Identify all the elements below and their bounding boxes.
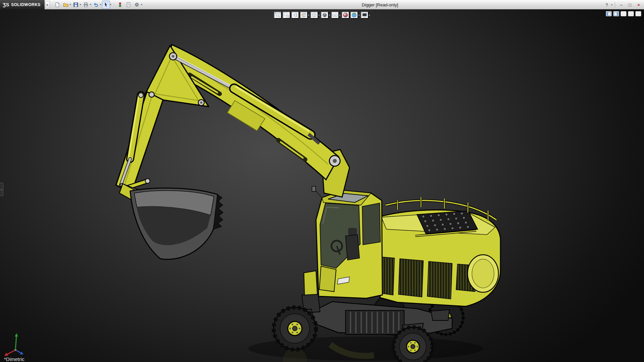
pane-right-icon: [614, 12, 619, 16]
previous-view-button[interactable]: [291, 11, 299, 19]
dropdown-caret[interactable]: ▾: [369, 14, 370, 17]
dropdown-caret[interactable]: ▾: [90, 3, 91, 6]
hide-show-items-button[interactable]: [331, 11, 339, 19]
apply-scene-button[interactable]: [350, 11, 358, 19]
apply-scene-globe-icon: [351, 12, 357, 18]
minimize-document-button[interactable]: –: [621, 11, 627, 16]
display-style-cube-icon: [322, 12, 328, 18]
standard-toolbar: ▾ ▾ ▾: [53, 1, 143, 9]
help-caret[interactable]: ▾: [611, 3, 612, 6]
featuremanager-flyout-tab[interactable]: ‹: [0, 183, 3, 196]
window-title: Digger [Read-only]: [362, 0, 398, 9]
menu-flyout-arrow[interactable]: ▸: [45, 1, 50, 8]
open-button[interactable]: [62, 1, 70, 9]
new-document-button[interactable]: [53, 1, 61, 9]
save-icon: [73, 2, 78, 7]
rebuild-traffic-light-icon: [117, 2, 123, 7]
graphics-area[interactable]: ▾ ▾ ▾: [0, 9, 644, 362]
minimize-button[interactable]: –: [617, 1, 625, 8]
cab[interactable]: [304, 186, 382, 298]
window-controls: ? ▾ – □ ×: [603, 0, 643, 9]
open-folder-icon: [63, 2, 68, 7]
section-view-icon: [301, 12, 307, 18]
dropdown-caret[interactable]: ▾: [80, 3, 81, 6]
reference-triad[interactable]: [2, 330, 29, 357]
undo-icon: [93, 2, 99, 7]
options-gear-icon: [134, 2, 140, 7]
save-button[interactable]: [72, 1, 80, 9]
toolbar-separator: [114, 2, 114, 7]
print-button[interactable]: [82, 1, 90, 9]
section-view-button[interactable]: [300, 11, 308, 19]
window-controls-separator: [615, 2, 615, 7]
dropdown-caret[interactable]: ▾: [100, 3, 101, 6]
triad-z-axis: [15, 350, 23, 355]
boom-assembly[interactable]: [116, 45, 350, 197]
bucket[interactable]: [119, 184, 223, 259]
triad-y-axis: [15, 333, 18, 350]
close-button[interactable]: ×: [635, 1, 643, 8]
view-orientation-button[interactable]: [310, 11, 318, 19]
view-orientation-label: *Dimetric: [4, 356, 24, 362]
document-window-controls: – □ ×: [606, 11, 641, 16]
solidworks-logo-icon: ƷS: [3, 2, 9, 7]
previous-view-icon: [292, 12, 298, 18]
edit-appearance-sphere-icon: [342, 12, 348, 18]
dropdown-caret[interactable]: ▾: [358, 14, 360, 17]
select-cursor-icon: [103, 2, 109, 7]
zoom-to-fit-icon: [275, 12, 281, 18]
zoom-to-area-button[interactable]: [282, 11, 290, 19]
brand-name: SOLIDWORKS: [11, 2, 41, 7]
select-button[interactable]: [102, 1, 110, 9]
solidworks-logo[interactable]: ƷS SOLIDWORKS: [0, 0, 45, 9]
dropdown-caret[interactable]: ▾: [339, 14, 340, 17]
dropdown-caret[interactable]: ▾: [110, 3, 111, 6]
new-document-icon: [55, 2, 60, 7]
front-right-wheel[interactable]: [393, 327, 432, 362]
show-feature-pane-button[interactable]: [606, 11, 612, 16]
zoom-to-area-icon: [283, 12, 289, 18]
triad-x-axis: [4, 350, 15, 356]
view-settings-monitor-icon: [362, 12, 368, 18]
front-left-wheel[interactable]: [274, 307, 316, 350]
print-icon: [83, 2, 89, 7]
view-settings-button[interactable]: [361, 11, 369, 19]
rebuild-button[interactable]: [116, 1, 124, 9]
engine-housing[interactable]: [370, 197, 500, 306]
dropdown-caret[interactable]: ▾: [329, 14, 330, 17]
view-orientation-cube-icon: [311, 12, 317, 18]
dropdown-caret[interactable]: ▾: [141, 3, 142, 6]
hide-show-glasses-icon: [332, 12, 338, 18]
restore-button[interactable]: □: [626, 1, 634, 8]
titlebar: ƷS SOLIDWORKS ▸ ▾: [0, 0, 644, 9]
close-document-button[interactable]: ×: [635, 11, 641, 16]
excavator-model[interactable]: [0, 9, 644, 362]
dropdown-caret[interactable]: ▾: [308, 14, 309, 17]
dropdown-caret[interactable]: ▾: [70, 3, 71, 6]
restore-document-button[interactable]: □: [628, 11, 634, 16]
file-properties-button[interactable]: [124, 1, 132, 9]
file-properties-icon: [126, 2, 131, 7]
options-button[interactable]: [133, 1, 141, 9]
zoom-to-fit-button[interactable]: [274, 11, 282, 19]
headsup-view-toolbar: ▾ ▾ ▾: [274, 11, 370, 19]
undo-button[interactable]: [92, 1, 100, 9]
pane-left-icon: [606, 12, 611, 16]
display-style-button[interactable]: [321, 11, 329, 19]
edit-appearance-button[interactable]: [341, 11, 350, 19]
solidworks-window: ƷS SOLIDWORKS ▸ ▾: [0, 0, 644, 362]
show-display-pane-button[interactable]: [613, 11, 619, 16]
help-button[interactable]: ?: [603, 1, 611, 8]
dropdown-caret[interactable]: ▾: [318, 14, 320, 17]
